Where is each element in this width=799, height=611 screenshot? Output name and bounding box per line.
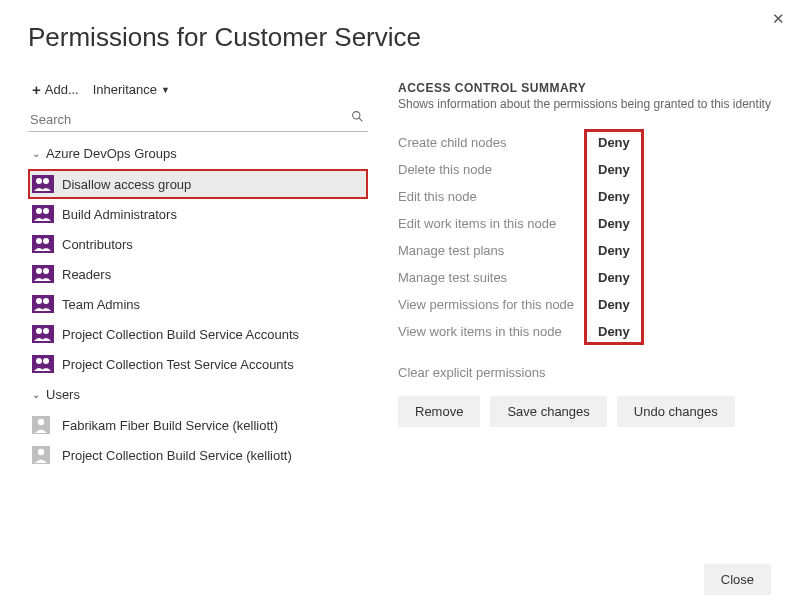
group-icon (32, 265, 54, 283)
permission-label: Manage test suites (398, 270, 588, 285)
svg-point-3 (36, 178, 42, 184)
group-label: Contributors (62, 237, 133, 252)
svg-point-19 (43, 328, 49, 334)
group-label: Readers (62, 267, 111, 282)
svg-point-13 (43, 268, 49, 274)
group-item[interactable]: Build Administrators (28, 199, 368, 229)
group-label: Project Collection Build Service Account… (62, 327, 299, 342)
close-button[interactable]: Close (704, 564, 771, 595)
group-icon (32, 295, 54, 313)
permission-row: Manage test suitesDeny (398, 264, 640, 291)
permission-row: Delete this nodeDeny (398, 156, 640, 183)
chevron-down-icon: ⌄ (32, 389, 40, 400)
svg-point-0 (353, 112, 360, 119)
permission-value[interactable]: Deny (588, 295, 640, 314)
permission-label: Edit work items in this node (398, 216, 588, 231)
group-label: Team Admins (62, 297, 140, 312)
permission-row: Edit work items in this nodeDeny (398, 210, 640, 237)
group-icon (32, 175, 54, 193)
groups-header-label: Azure DevOps Groups (46, 146, 177, 161)
user-icon (32, 446, 54, 464)
summary-description: Shows information about the permissions … (398, 97, 771, 111)
chevron-down-icon: ⌄ (32, 148, 40, 159)
clear-permissions-link[interactable]: Clear explicit permissions (398, 365, 771, 380)
group-item[interactable]: Contributors (28, 229, 368, 259)
user-item[interactable]: Project Collection Build Service (kellio… (28, 440, 368, 470)
user-icon (32, 416, 54, 434)
group-item[interactable]: Project Collection Build Service Account… (28, 319, 368, 349)
remove-button[interactable]: Remove (398, 396, 480, 427)
svg-point-7 (43, 208, 49, 214)
users-header-label: Users (46, 387, 80, 402)
permission-label: Create child nodes (398, 135, 588, 150)
svg-point-12 (36, 268, 42, 274)
search-input[interactable] (28, 108, 368, 132)
group-icon (32, 325, 54, 343)
group-item[interactable]: Disallow access group (28, 169, 368, 199)
svg-point-6 (36, 208, 42, 214)
svg-point-21 (36, 358, 42, 364)
group-item[interactable]: Readers (28, 259, 368, 289)
svg-point-15 (36, 298, 42, 304)
svg-point-16 (43, 298, 49, 304)
permission-label: Manage test plans (398, 243, 588, 258)
summary-title: ACCESS CONTROL SUMMARY (398, 81, 771, 95)
permission-row: Edit this nodeDeny (398, 183, 640, 210)
svg-point-10 (43, 238, 49, 244)
svg-point-4 (43, 178, 49, 184)
group-item[interactable]: Project Collection Test Service Accounts (28, 349, 368, 379)
inheritance-dropdown[interactable]: Inheritance ▼ (93, 82, 170, 97)
group-icon (32, 205, 54, 223)
group-item[interactable]: Team Admins (28, 289, 368, 319)
permission-value[interactable]: Deny (588, 214, 640, 233)
chevron-down-icon: ▼ (161, 85, 170, 95)
add-button[interactable]: + Add... (32, 81, 79, 98)
group-label: Project Collection Test Service Accounts (62, 357, 294, 372)
user-label: Fabrikam Fiber Build Service (kelliott) (62, 418, 278, 433)
permission-value[interactable]: Deny (588, 160, 640, 179)
permissions-pane: ACCESS CONTROL SUMMARY Shows information… (398, 73, 771, 470)
permission-label: View work items in this node (398, 324, 588, 339)
svg-line-1 (359, 118, 362, 121)
group-icon (32, 355, 54, 373)
group-label: Disallow access group (62, 177, 191, 192)
svg-point-24 (38, 419, 44, 425)
permission-value[interactable]: Deny (588, 268, 640, 287)
permission-row: Manage test plansDeny (398, 237, 640, 264)
search-icon (351, 110, 364, 126)
svg-point-26 (38, 449, 44, 455)
save-changes-button[interactable]: Save changes (490, 396, 606, 427)
inheritance-label: Inheritance (93, 82, 157, 97)
group-label: Build Administrators (62, 207, 177, 222)
permission-value[interactable]: Deny (588, 187, 640, 206)
user-label: Project Collection Build Service (kellio… (62, 448, 292, 463)
permission-label: Delete this node (398, 162, 588, 177)
permission-value[interactable]: Deny (588, 241, 640, 260)
undo-changes-button[interactable]: Undo changes (617, 396, 735, 427)
dialog-title: Permissions for Customer Service (0, 0, 799, 53)
svg-point-18 (36, 328, 42, 334)
svg-point-9 (36, 238, 42, 244)
group-icon (32, 235, 54, 253)
permission-label: View permissions for this node (398, 297, 588, 312)
users-header[interactable]: ⌄ Users (28, 379, 368, 410)
identity-list-pane: + Add... Inheritance ▼ ⌄ Azure DevOps Gr… (28, 73, 368, 470)
user-item[interactable]: Fabrikam Fiber Build Service (kelliott) (28, 410, 368, 440)
permission-row: Create child nodesDeny (398, 129, 640, 156)
permission-value[interactable]: Deny (588, 133, 640, 152)
close-icon[interactable]: ✕ (772, 10, 785, 28)
groups-header[interactable]: ⌄ Azure DevOps Groups (28, 138, 368, 169)
permission-label: Edit this node (398, 189, 588, 204)
add-label: Add... (45, 82, 79, 97)
permission-row: View work items in this nodeDeny (398, 318, 640, 345)
svg-point-22 (43, 358, 49, 364)
permission-row: View permissions for this nodeDeny (398, 291, 640, 318)
permission-value[interactable]: Deny (588, 322, 640, 341)
plus-icon: + (32, 81, 41, 98)
